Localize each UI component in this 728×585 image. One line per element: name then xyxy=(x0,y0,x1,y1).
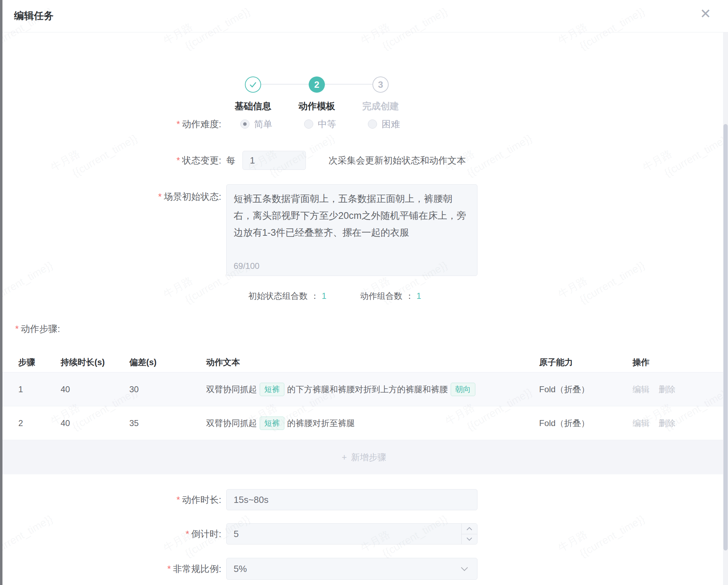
scrollbar-thumb[interactable] xyxy=(723,124,728,550)
action-combo-value: 1 xyxy=(417,291,421,301)
decrement-button[interactable] xyxy=(462,534,477,544)
radio-dot xyxy=(368,119,377,129)
combination-stats: 初始状态组合数：1 动作组合数：1 xyxy=(0,290,728,302)
object-tag: 短裤 xyxy=(260,383,284,396)
required-mark: * xyxy=(177,119,180,129)
difficulty-row: *动作难度: 简单 中等 困难 xyxy=(0,115,400,133)
col-action: 动作文本 xyxy=(206,357,539,368)
difficulty-radio-group: 简单 中等 困难 xyxy=(240,118,400,130)
cell-ops: 编辑 删除 xyxy=(633,384,728,395)
table-row: 1 40 30 双臂协同抓起 短裤 的下方裤腿和裤腰对折到上方的裤腿和裤腰 朝向… xyxy=(0,372,728,406)
number-steppers xyxy=(461,524,477,544)
initial-state-label: *场景初始状态: xyxy=(0,184,221,203)
cell-ability: Fold（折叠） xyxy=(539,418,633,429)
cell-action: 双臂协同抓起 短裤 的裤腰对折至裤腿 xyxy=(206,417,539,430)
initial-combo-stat: 初始状态组合数：1 xyxy=(248,290,326,302)
cell-step: 1 xyxy=(18,384,61,394)
required-mark: * xyxy=(186,529,189,539)
step-connector xyxy=(261,84,309,85)
increment-button[interactable] xyxy=(462,524,477,534)
table-row: 2 40 35 双臂协同抓起 短裤 的裤腰对折至裤腿 Fold（折叠） 编辑 删… xyxy=(0,406,728,440)
required-mark: * xyxy=(158,191,162,202)
initial-state-textarea[interactable]: 短裤五条数据背面朝上，五条数据正面朝上，裤腰朝右，离头部视野下方至少20cm之外… xyxy=(226,184,477,276)
state-change-prefix: 每 xyxy=(226,154,235,167)
countdown-row: *倒计时: xyxy=(0,523,477,544)
duration-row: *动作时长: xyxy=(0,489,477,510)
close-icon[interactable]: ✕ xyxy=(700,7,711,20)
countdown-label: *倒计时: xyxy=(0,528,221,540)
duration-label: *动作时长: xyxy=(0,494,221,506)
state-change-suffix: 次采集会更新初始状态和动作文本 xyxy=(328,154,466,167)
chevron-up-icon xyxy=(466,527,473,531)
chevron-down-icon xyxy=(460,566,469,571)
step-connector xyxy=(325,84,372,85)
scrollbar-track[interactable] xyxy=(723,32,728,585)
step-1-label: 基础信息 xyxy=(216,100,290,112)
duration-input[interactable] xyxy=(226,489,477,510)
ratio-row: *非常规比例: 5% xyxy=(0,558,477,580)
cell-ability: Fold（折叠） xyxy=(539,384,633,395)
step-3-indicator: 3 xyxy=(372,76,389,93)
cell-duration: 40 xyxy=(61,384,129,394)
required-mark: * xyxy=(167,564,171,574)
action-steps-label: *动作步骤: xyxy=(15,323,60,335)
chevron-down-icon xyxy=(466,537,473,541)
col-ops: 操作 xyxy=(633,357,728,368)
required-mark: * xyxy=(15,324,19,334)
watermark-text: 牛月路{{current_time}} xyxy=(555,244,648,316)
table-header-row: 步骤 持续时长(s) 偏差(s) 动作文本 原子能力 操作 xyxy=(0,352,728,372)
edit-task-dialog: 牛月路{{current_time}}牛月路{{current_time}}牛月… xyxy=(0,0,728,585)
cell-step: 2 xyxy=(18,418,61,428)
page-edge xyxy=(0,0,2,585)
plus-icon: + xyxy=(342,452,347,462)
cell-deviation: 30 xyxy=(129,384,206,394)
col-step: 步骤 xyxy=(18,357,61,368)
char-counter: 69/100 xyxy=(234,261,259,271)
radio-medium[interactable]: 中等 xyxy=(304,118,336,130)
edit-link[interactable]: 编辑 xyxy=(633,384,649,395)
cell-action: 双臂协同抓起 短裤 的下方裤腿和裤腰对折到上方的裤腿和裤腰 朝向 xyxy=(206,383,539,396)
step-2-label: 动作模板 xyxy=(280,100,353,112)
step-2-indicator: 2 xyxy=(309,76,325,93)
dialog-title: 编辑任务 xyxy=(14,9,54,23)
radio-hard[interactable]: 困难 xyxy=(368,118,400,130)
cell-deviation: 35 xyxy=(129,418,206,428)
radio-dot xyxy=(240,119,249,129)
countdown-input[interactable] xyxy=(226,523,477,544)
action-combo-stat: 动作组合数：1 xyxy=(360,290,421,302)
cell-ops: 编辑 删除 xyxy=(633,418,728,429)
ratio-select[interactable]: 5% xyxy=(226,558,477,580)
delete-link[interactable]: 删除 xyxy=(659,384,675,395)
dialog-header: 编辑任务 ✕ xyxy=(0,0,728,32)
orientation-tag: 朝向 xyxy=(451,383,475,396)
initial-state-row: *场景初始状态: 短裤五条数据背面朝上，五条数据正面朝上，裤腰朝右，离头部视野下… xyxy=(0,184,477,277)
watermark-text: 牛月路{{current_time}} xyxy=(640,117,728,189)
step-3-label: 完成创建 xyxy=(344,100,417,112)
stepper: 2 3 基础信息 动作模板 完成创建 xyxy=(0,32,728,96)
col-deviation: 偏差(s) xyxy=(129,357,206,368)
add-step-button[interactable]: + 新增步骤 xyxy=(0,440,728,474)
edit-link[interactable]: 编辑 xyxy=(633,418,649,429)
countdown-number-input xyxy=(226,523,477,544)
state-change-input[interactable] xyxy=(242,151,306,170)
state-change-row: *状态变更: 每 次采集会更新初始状态和动作文本 xyxy=(0,151,466,170)
ratio-label: *非常规比例: xyxy=(0,563,221,575)
cell-duration: 40 xyxy=(61,418,129,428)
initial-combo-value: 1 xyxy=(322,291,326,301)
ratio-value: 5% xyxy=(234,564,247,574)
action-steps-table: 步骤 持续时长(s) 偏差(s) 动作文本 原子能力 操作 1 40 30 双臂… xyxy=(0,352,728,474)
initial-state-wrapper: 短裤五条数据背面朝上，五条数据正面朝上，裤腰朝右，离头部视野下方至少20cm之外… xyxy=(226,184,477,277)
radio-easy[interactable]: 简单 xyxy=(240,118,272,130)
object-tag: 短裤 xyxy=(260,417,284,430)
required-mark: * xyxy=(177,155,180,166)
col-ability: 原子能力 xyxy=(539,357,633,368)
col-duration: 持续时长(s) xyxy=(61,357,129,368)
check-icon xyxy=(248,80,258,89)
step-1-indicator xyxy=(245,76,261,93)
delete-link[interactable]: 删除 xyxy=(659,418,675,429)
difficulty-label: *动作难度: xyxy=(0,118,221,130)
state-change-label: *状态变更: xyxy=(0,154,221,167)
watermark-text: 牛月路{{current_time}} xyxy=(555,498,648,569)
required-mark: * xyxy=(177,494,180,505)
radio-dot xyxy=(304,119,313,129)
